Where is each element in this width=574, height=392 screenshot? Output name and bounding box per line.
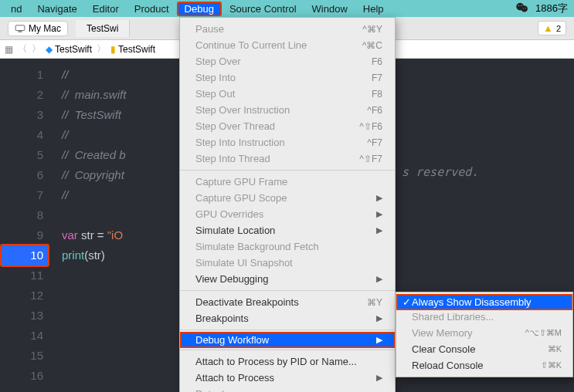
line-number[interactable]: 14 (0, 326, 49, 346)
menu-item-step-over: Step OverF6 (180, 53, 395, 69)
menu-item-breakpoints[interactable]: Breakpoints▶ (180, 310, 395, 326)
debug-menu: Pause^⌘YContinue To Current Line^⌘CStep … (179, 17, 396, 392)
folder-icon: ▮ (110, 44, 116, 55)
menu-item-pause: Pause^⌘Y (180, 21, 395, 37)
submenu-item-always-show-disassembly[interactable]: ✓Always Show Disassembly (396, 294, 572, 310)
svg-rect-7 (19, 31, 22, 32)
gutter[interactable]: 1234567891011121314151617 (0, 59, 56, 392)
svg-point-2 (518, 5, 519, 5)
menu-item-step-over-instruction: Step Over Instruction^F6 (180, 102, 395, 118)
submenu-item-view-memory: View Memory^⌥⇧⌘M (396, 325, 572, 341)
menu-help[interactable]: Help (355, 2, 392, 16)
line-number[interactable]: 13 (0, 306, 49, 326)
menubar: ndNavigateEditorProductDebugSource Contr… (0, 0, 574, 17)
line-number[interactable]: 2 (0, 85, 49, 105)
submenu-item-clear-console[interactable]: Clear Console⌘K (396, 341, 572, 357)
menu-item-attach-to-process[interactable]: Attach to Process▶ (180, 370, 395, 386)
menubar-right: 1886字 (515, 2, 571, 15)
menu-window[interactable]: Window (304, 2, 355, 16)
menu-item-attach-to-process-by-pid-or-name-[interactable]: Attach to Process by PID or Name... (180, 353, 395, 370)
line-number[interactable]: 12 (0, 286, 49, 306)
menu-item-step-into: Step IntoF7 (180, 69, 395, 86)
menu-item-continue-to-current-line: Continue To Current Line^⌘C (180, 37, 395, 53)
menu-debug[interactable]: Debug (177, 2, 222, 16)
line-number[interactable]: 3 (0, 105, 49, 125)
related-items-icon[interactable]: ▦ (5, 44, 13, 55)
menu-editor[interactable]: Editor (85, 2, 127, 16)
line-number[interactable]: 1 (0, 65, 49, 85)
warning-icon: ▲ (543, 22, 553, 34)
menu-item-step-out: Step OutF8 (180, 86, 395, 102)
device-label: My Mac (29, 23, 61, 34)
menu-item-view-debugging[interactable]: View Debugging▶ (180, 271, 395, 287)
svg-point-4 (523, 8, 524, 8)
line-number[interactable]: 9 (0, 225, 49, 245)
menu-item-simulate-ui-snapshot: Simulate UI Snapshot (180, 255, 395, 271)
submenu-item-reload-console[interactable]: Reload Console⇧⌘K (396, 357, 572, 373)
line-number[interactable]: 5 (0, 145, 49, 165)
menu-item-step-into-thread: Step Into Thread^⇧F7 (180, 150, 395, 167)
crumb-folder[interactable]: ▮ TestSwift (110, 44, 155, 55)
menu-nd[interactable]: nd (3, 2, 29, 16)
menu-item-simulate-location[interactable]: Simulate Location▶ (180, 222, 395, 238)
menu-item-step-into-instruction: Step Into Instruction^F7 (180, 134, 395, 150)
svg-point-5 (525, 8, 526, 8)
line-number[interactable]: 7 (0, 185, 49, 205)
line-number[interactable]: 17 (0, 386, 49, 392)
line-number[interactable]: 16 (0, 366, 49, 386)
mac-icon (15, 25, 25, 32)
back-icon[interactable]: 〈 (18, 42, 27, 56)
crumb-sep: 〉 (97, 42, 106, 56)
swift-project-icon: ◆ (46, 44, 53, 55)
line-number[interactable]: 4 (0, 125, 49, 145)
line-number[interactable]: 8 (0, 205, 49, 225)
tab-active[interactable]: TestSwi (76, 20, 130, 37)
menu-source-control[interactable]: Source Control (222, 2, 304, 16)
line-number[interactable]: 6 (0, 165, 49, 185)
menu-item-capture-gpu-frame: Capture GPU Frame (180, 174, 395, 190)
crumb-project[interactable]: ◆ TestSwift (46, 44, 92, 55)
menu-item-gpu-overrides: GPU Overrides▶ (180, 206, 395, 222)
menu-navigate[interactable]: Navigate (29, 2, 84, 16)
menu-item-simulate-background-fetch: Simulate Background Fetch (180, 238, 395, 255)
menu-item-deactivate-breakpoints[interactable]: Deactivate Breakpoints⌘Y (180, 294, 395, 310)
forward-icon[interactable]: 〉 (32, 42, 41, 56)
svg-point-1 (521, 5, 528, 12)
svg-rect-6 (15, 25, 25, 30)
menu-item-detach: Detach (180, 386, 395, 392)
line-number[interactable]: 11 (0, 265, 49, 286)
warnings-badge[interactable]: ▲ 2 (538, 21, 566, 35)
wechat-icon[interactable] (515, 2, 529, 15)
run-destination[interactable]: My Mac (8, 21, 68, 36)
menu-item-step-over-thread: Step Over Thread^⇧F6 (180, 118, 395, 134)
debug-workflow-submenu: ✓Always Show DisassemblyShared Libraries… (396, 292, 573, 377)
menu-product[interactable]: Product (127, 2, 177, 16)
svg-point-3 (521, 5, 521, 5)
code-fragment: s reserved. (402, 165, 478, 179)
line-number[interactable]: 10 (0, 244, 49, 267)
menu-item-debug-workflow[interactable]: Debug Workflow▶ (180, 332, 395, 348)
menu-item-capture-gpu-scope: Capture GPU Scope▶ (180, 190, 395, 206)
line-number[interactable]: 15 (0, 346, 49, 366)
submenu-item-shared-libraries-: Shared Libraries... (396, 309, 572, 325)
char-count: 1886字 (535, 2, 568, 15)
